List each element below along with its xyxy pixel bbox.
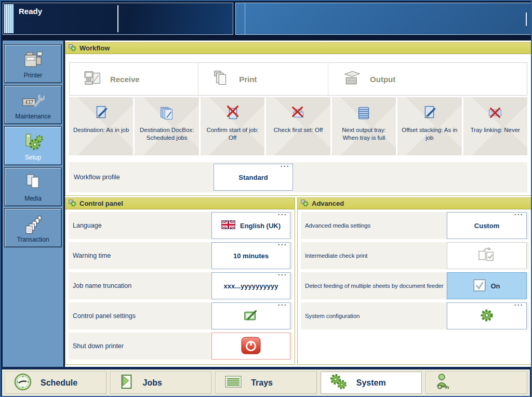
intermediate-check-print-label: Intermediate check print xyxy=(301,253,367,259)
documents-stack-icon xyxy=(157,104,176,123)
tab-system[interactable]: System xyxy=(321,372,422,394)
workflow-setting-label: Next output tray: When tray is full xyxy=(332,126,396,142)
detect-multiple-sheets-row: Detect feeding of multiple sheets by doc… xyxy=(301,272,529,299)
workflow-setting-next-output-tray[interactable]: Next output tray: When tray is full xyxy=(332,97,396,155)
detect-multiple-sheets-toggle[interactable]: On xyxy=(447,272,527,299)
job-name-truncation-value: xxx...yyyyyyyyyy xyxy=(224,282,278,290)
system-configuration-button[interactable]: ··· xyxy=(447,302,527,329)
jobs-document-icon xyxy=(119,374,135,392)
tab-label: Jobs xyxy=(143,378,162,388)
check-print-icon xyxy=(477,247,497,265)
shut-down-printer-label: Shut down printer xyxy=(69,342,124,350)
workflow-profile-button[interactable]: ··· Standard xyxy=(214,164,293,191)
sidebar-item-setup[interactable]: Setup xyxy=(4,126,62,165)
shut-down-printer-button[interactable] xyxy=(211,333,290,360)
document-crossed-icon xyxy=(223,104,242,123)
workflow-setting-label: Destination: As in job xyxy=(69,126,133,134)
control-panel-settings-button[interactable]: ··· xyxy=(211,302,290,329)
media-sheets-icon xyxy=(5,173,61,194)
tray-crossed-icon xyxy=(486,104,504,123)
receive-icon xyxy=(83,69,103,89)
sidebar-item-media[interactable]: Media xyxy=(4,167,62,206)
workflow-profile-value: Standard xyxy=(238,174,268,181)
counter-wrench-icon: 437 xyxy=(5,91,61,114)
workflow-setting-label: Tray linking: Never xyxy=(463,126,527,134)
section-title: Workflow xyxy=(79,44,110,52)
detect-multiple-sheets-value: On xyxy=(490,282,500,290)
workflow-section: Workflow xyxy=(65,42,531,196)
control-panel-settings-label: Control panel settings xyxy=(69,312,136,320)
workflow-setting-destination[interactable]: Destination: As in job xyxy=(69,97,133,155)
ellipsis-icon: ··· xyxy=(278,241,287,248)
sidebar-item-label: Transaction xyxy=(5,236,61,243)
workflow-setting-confirm-start[interactable]: Confirm start of job: Off xyxy=(201,97,264,155)
workflow-setting-label: Check first set: Off xyxy=(266,126,330,134)
tab-schedule[interactable]: Schedule xyxy=(5,372,107,394)
message-panel-divider xyxy=(245,3,245,34)
control-panel-section-header: Control panel xyxy=(65,198,295,209)
system-gears-icon xyxy=(329,374,348,392)
language-row: Language ··· xyxy=(69,212,292,239)
printer-crossed-icon xyxy=(289,104,308,123)
message-panel xyxy=(235,3,531,35)
checkbox-checked-icon xyxy=(473,279,486,293)
warning-time-button[interactable]: ··· 10 minutes xyxy=(211,242,290,269)
svg-text:437: 437 xyxy=(25,100,33,105)
setup-gears-icon xyxy=(5,132,61,154)
printer-status: Ready xyxy=(19,7,42,16)
advanced-media-settings-value: Custom xyxy=(474,222,499,230)
workflow-section-header: Workflow xyxy=(65,43,531,54)
tab-login[interactable] xyxy=(425,372,527,394)
workflow-phase-header: Receive Print xyxy=(69,62,527,96)
status-panel-divider xyxy=(117,5,118,32)
tab-jobs[interactable]: Jobs xyxy=(110,372,212,394)
printer-setup-screen: Ready Printer xyxy=(0,0,532,397)
intermediate-check-print-button[interactable] xyxy=(447,242,527,269)
workflow-setting-label: Offset stacking: As in job xyxy=(397,126,461,142)
section-title: Control panel xyxy=(79,200,123,207)
section-gear-icon xyxy=(69,199,76,208)
section-title: Advanced xyxy=(312,200,344,207)
advanced-media-settings-button[interactable]: ··· Custom xyxy=(447,212,527,239)
tab-trays[interactable]: Trays xyxy=(215,372,317,394)
advanced-media-settings-label: Advanced media settings xyxy=(301,222,370,229)
ellipsis-icon: ··· xyxy=(281,163,290,170)
tab-bar-inner: Schedule Jobs Trays xyxy=(2,369,530,396)
workflow-setting-destination-docbox[interactable]: Destination DocBox: Scheduled jobs xyxy=(135,97,198,155)
advanced-section: Advanced Advanced media settings ··· Cus… xyxy=(297,197,531,365)
detect-multiple-sheets-label: Detect feeding of multiple sheets by doc… xyxy=(301,283,444,289)
gear-icon xyxy=(480,308,494,324)
shut-down-printer-row: Shut down printer xyxy=(69,333,292,360)
language-button[interactable]: ··· xyxy=(211,212,290,239)
tray-stack-icon xyxy=(354,104,373,123)
clock-icon xyxy=(14,373,32,393)
sidebar-item-transaction[interactable]: Transaction xyxy=(4,208,62,247)
job-name-truncation-button[interactable]: ··· xxx...yyyyyyyyyy xyxy=(211,272,290,299)
warning-time-label: Warning time xyxy=(69,252,111,259)
advanced-section-header: Advanced xyxy=(298,198,531,209)
ellipsis-icon: ··· xyxy=(278,301,287,309)
warning-time-value: 10 minutes xyxy=(233,252,269,260)
workflow-profile-row: Workflow profile ··· Standard xyxy=(69,162,527,192)
sidebar: Printer 437 Maintenance xyxy=(3,41,63,367)
workflow-setting-offset-stacking[interactable]: Offset stacking: As in job xyxy=(397,97,461,155)
status-panel: Ready xyxy=(3,3,233,35)
sidebar-item-printer[interactable]: Printer xyxy=(4,44,62,83)
advanced-media-settings-row: Advanced media settings ··· Custom xyxy=(301,212,529,239)
output-icon xyxy=(342,69,363,89)
sidebar-item-maintenance[interactable]: 437 Maintenance xyxy=(4,85,62,124)
ellipsis-icon: ··· xyxy=(278,271,287,279)
edit-screen-icon xyxy=(242,308,260,325)
workflow-setting-label: Confirm start of job: Off xyxy=(201,126,264,142)
warning-time-row: Warning time ··· 10 minutes xyxy=(69,242,292,269)
control-panel-section: Control panel Language ··· xyxy=(65,197,295,365)
document-edit-icon xyxy=(92,104,111,123)
sidebar-item-label: Printer xyxy=(5,72,61,79)
trays-icon xyxy=(224,375,243,391)
document-edit-icon xyxy=(420,104,439,123)
section-gear-icon xyxy=(301,199,309,208)
workflow-setting-check-first-set[interactable]: Check first set: Off xyxy=(266,97,330,155)
workflow-profile-label: Workflow profile xyxy=(69,174,120,181)
workflow-setting-tray-linking[interactable]: Tray linking: Never xyxy=(463,97,527,155)
sidebar-item-label: Media xyxy=(5,195,61,202)
